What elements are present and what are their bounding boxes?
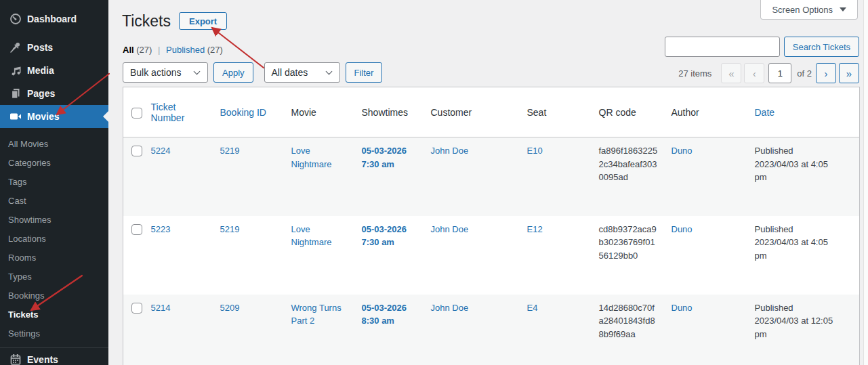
sidebar-item-label: Dashboard	[27, 14, 77, 24]
pages-icon	[9, 87, 22, 100]
qr-code-text: fa896f18632252c34bafeaf3030095ad	[599, 144, 658, 184]
seat-link[interactable]: E12	[527, 224, 543, 234]
column-header-booking-id[interactable]: Booking ID	[213, 87, 285, 137]
submenu-item-all-movies[interactable]: All Movies	[0, 135, 108, 154]
column-header-customer: Customer	[424, 87, 520, 137]
view-published-count: (27)	[207, 45, 223, 55]
gauge-icon	[9, 12, 22, 26]
tickets-table: Ticket Number Booking ID Movie Showtimes…	[123, 87, 860, 365]
publish-date: 2023/04/03 at 12:05 pm	[755, 314, 842, 341]
column-header-showtimes: Showtimes	[355, 87, 424, 137]
export-button[interactable]: Export	[179, 12, 227, 30]
publish-status: Published	[755, 144, 853, 158]
table-header-row: Ticket Number Booking ID Movie Showtimes…	[123, 87, 860, 137]
current-page-input[interactable]	[768, 63, 791, 83]
column-header-ticket-number[interactable]: Ticket Number	[144, 87, 213, 137]
sidebar-item-events[interactable]: Events	[0, 347, 108, 365]
sidebar-item-movies[interactable]: Movies	[0, 105, 108, 128]
chevron-down-icon	[194, 68, 201, 74]
admin-sidebar: Dashboard Posts Media Pages Movies All M…	[0, 0, 108, 365]
showtimes-text: 05-03-2026 7:30 am	[362, 146, 407, 169]
author-link[interactable]: Duno	[671, 146, 693, 156]
sidebar-item-label: Media	[27, 65, 54, 76]
sidebar-item-label: Events	[27, 354, 58, 365]
pushpin-icon	[9, 41, 22, 54]
movie-link[interactable]: Love Nightmare	[291, 146, 332, 169]
submenu-item-settings[interactable]: Settings	[0, 324, 108, 343]
seat-link[interactable]: E4	[527, 303, 538, 313]
dates-filter-select[interactable]: All dates	[264, 62, 340, 83]
pagination: 27 items « ‹ of 2 › »	[678, 63, 859, 83]
row-checkbox[interactable]	[131, 303, 142, 314]
items-count: 27 items	[678, 68, 711, 79]
music-notes-icon	[9, 64, 22, 77]
sidebar-item-dashboard[interactable]: Dashboard	[0, 7, 108, 30]
customer-link[interactable]: John Doe	[431, 224, 469, 234]
submenu-item-locations[interactable]: Locations	[0, 230, 108, 249]
view-separator: |	[158, 45, 160, 55]
booking-id-link[interactable]: 5209	[220, 303, 240, 313]
view-published-link[interactable]: Published	[166, 45, 205, 55]
ticket-number-link[interactable]: 5214	[151, 303, 171, 313]
submenu-item-types[interactable]: Types	[0, 267, 108, 286]
screen-options-label: Screen Options	[772, 5, 833, 15]
sidebar-item-posts[interactable]: Posts	[0, 36, 108, 59]
sidebar-item-label: Pages	[27, 88, 55, 99]
showtimes-text: 05-03-2026 7:30 am	[362, 224, 407, 248]
dates-filter-value: All dates	[272, 67, 308, 78]
screen-options-toggle[interactable]: Screen Options	[760, 0, 858, 20]
search-tickets-button[interactable]: Search Tickets	[784, 37, 859, 57]
total-pages-text: of 2	[797, 68, 812, 79]
publish-status: Published	[755, 223, 853, 236]
apply-button[interactable]: Apply	[213, 62, 253, 83]
sidebar-item-pages[interactable]: Pages	[0, 82, 108, 105]
scrollbar-track[interactable]	[863, 0, 868, 365]
booking-id-link[interactable]: 5219	[220, 224, 240, 234]
submenu-item-rooms[interactable]: Rooms	[0, 249, 108, 267]
view-filters: All (27) | Published (27)	[123, 45, 223, 55]
row-checkbox[interactable]	[131, 146, 142, 156]
table-row: 5223 5219 Love Nightmare 05-03-2026 7:30…	[123, 216, 860, 295]
customer-link[interactable]: John Doe	[431, 146, 469, 156]
customer-link[interactable]: John Doe	[431, 303, 469, 313]
sidebar-item-media[interactable]: Media	[0, 59, 108, 82]
submenu-item-bookings[interactable]: Bookings	[0, 286, 108, 305]
movie-link[interactable]: Love Nightmare	[291, 224, 332, 248]
booking-id-link[interactable]: 5219	[220, 146, 240, 156]
first-page-button: «	[721, 63, 741, 83]
menu-separator	[0, 30, 108, 36]
video-camera-icon	[9, 110, 22, 123]
previous-page-button: ‹	[744, 63, 764, 83]
ticket-number-link[interactable]: 5224	[151, 146, 171, 156]
bulk-actions-value: Bulk actions	[130, 67, 181, 78]
next-page-button[interactable]: ›	[816, 63, 836, 83]
movie-link[interactable]: Wrong Turns Part 2	[291, 303, 342, 326]
table-row: 5224 5219 Love Nightmare 05-03-2026 7:30…	[123, 137, 860, 216]
filter-button[interactable]: Filter	[346, 62, 383, 83]
qr-code-text: cd8b9372aca9b30236769f0156129bb0	[599, 223, 658, 263]
ticket-number-link[interactable]: 5223	[151, 224, 171, 234]
table-row: 5214 5209 Wrong Turns Part 2 05-03-2026 …	[123, 295, 860, 365]
search-input[interactable]	[665, 37, 780, 57]
submenu-item-tickets[interactable]: Tickets	[0, 305, 108, 324]
column-header-seat: Seat	[520, 87, 592, 137]
seat-link[interactable]: E10	[527, 146, 543, 156]
select-all-checkbox[interactable]	[131, 108, 142, 119]
submenu-item-showtimes[interactable]: Showtimes	[0, 211, 108, 230]
view-all-link[interactable]: All	[123, 45, 134, 55]
author-link[interactable]: Duno	[671, 224, 693, 234]
sidebar-item-label: Posts	[27, 42, 53, 53]
submenu-item-cast[interactable]: Cast	[0, 192, 108, 211]
author-link[interactable]: Duno	[671, 303, 693, 313]
column-header-date[interactable]: Date	[748, 87, 860, 137]
publish-status: Published	[755, 301, 853, 315]
column-header-movie: Movie	[285, 87, 355, 137]
qr-code-text: 14d28680c70fa28401843fd88b9f69aa	[599, 301, 658, 341]
submenu-item-categories[interactable]: Categories	[0, 154, 108, 173]
page-title: Tickets	[122, 11, 171, 31]
bulk-actions-select[interactable]: Bulk actions	[123, 62, 208, 83]
row-checkbox[interactable]	[131, 224, 142, 235]
view-all-count: (27)	[136, 45, 152, 55]
last-page-button[interactable]: »	[839, 63, 859, 83]
submenu-item-tags[interactable]: Tags	[0, 173, 108, 192]
